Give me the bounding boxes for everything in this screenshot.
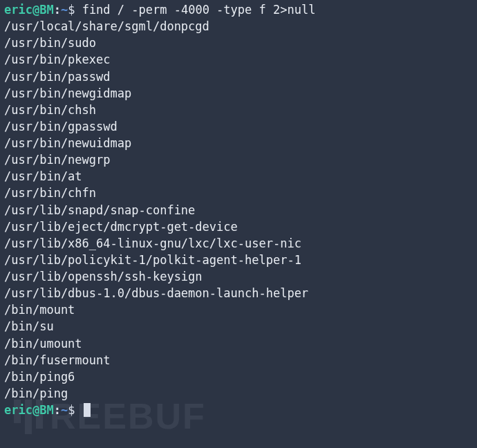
output-line: /usr/bin/newuidmap xyxy=(4,135,473,151)
output-line: /usr/local/share/sgml/donpcgd xyxy=(4,18,473,35)
prompt-path: ~ xyxy=(61,403,68,417)
terminal-window[interactable]: eric@BM:~$ find / -perm -4000 -type f 2>… xyxy=(0,0,477,420)
output-line: /bin/ping xyxy=(4,385,473,402)
command-text: find / -perm -4000 -type f 2>null xyxy=(82,3,316,17)
prompt-dollar: $ xyxy=(68,403,82,417)
output-line: /usr/bin/pkexec xyxy=(4,51,473,68)
output-line: /bin/ping6 xyxy=(4,368,473,385)
output-line: /usr/bin/sudo xyxy=(4,35,473,51)
output-line: /usr/lib/policykit-1/polkit-agent-helper… xyxy=(4,252,473,268)
output-line: /usr/bin/at xyxy=(4,168,473,185)
output-line: /usr/lib/snapd/snap-confine xyxy=(4,202,473,218)
output-line: /usr/bin/newgrp xyxy=(4,151,473,168)
output-line: /usr/lib/eject/dmcrypt-get-device xyxy=(4,218,473,235)
output-line: /usr/bin/gpasswd xyxy=(4,118,473,135)
output-line: /usr/bin/newgidmap xyxy=(4,85,473,102)
prompt-user: eric@BM xyxy=(4,403,54,417)
prompt-user: eric@BM xyxy=(4,3,54,17)
prompt-line-1: eric@BM:~$ find / -perm -4000 -type f 2>… xyxy=(4,1,473,18)
output-line: /bin/umount xyxy=(4,335,473,352)
output-line: /usr/lib/x86_64-linux-gnu/lxc/lxc-user-n… xyxy=(4,235,473,252)
prompt-line-2: eric@BM:~$ xyxy=(4,402,473,418)
output-line: /bin/mount xyxy=(4,301,473,318)
output-line: /usr/lib/openssh/ssh-keysign xyxy=(4,268,473,285)
prompt-path: ~ xyxy=(61,3,68,17)
prompt-colon: : xyxy=(54,3,61,17)
output-line: /usr/bin/passwd xyxy=(4,68,473,85)
output-line: /bin/fusermount xyxy=(4,352,473,368)
cursor-block xyxy=(84,403,91,417)
output-line: /usr/bin/chfn xyxy=(4,185,473,201)
output-line: /usr/lib/dbus-1.0/dbus-daemon-launch-hel… xyxy=(4,285,473,301)
prompt-dollar: $ xyxy=(68,3,82,17)
output-line: /bin/su xyxy=(4,318,473,335)
prompt-colon: : xyxy=(54,403,61,417)
output-line: /usr/bin/chsh xyxy=(4,102,473,118)
